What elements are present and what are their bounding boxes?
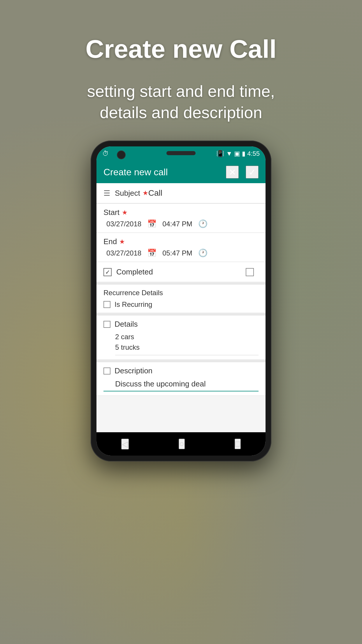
home-button[interactable]: ○ [179, 439, 185, 449]
phone-mockup: ⏱ 📳 ▼ ▣ ▮ 4:55 Create new call ✕ ✓ [91, 141, 271, 461]
is-recurring-checkbox[interactable] [103, 301, 110, 308]
start-calendar-icon[interactable]: 📅 [147, 219, 157, 228]
app-bar-actions: ✕ ✓ [226, 166, 259, 178]
page-title: Create new Call [68, 35, 294, 63]
battery-icon: ▮ [242, 150, 245, 158]
bottom-spacer [96, 396, 266, 407]
page-subtitle: setting start and end time, details and … [64, 81, 298, 123]
description-header: Description [103, 366, 259, 375]
details-content: 2 cars 5 trucks [103, 332, 259, 355]
description-label: Description [115, 366, 152, 375]
phone-screen: ⏱ 📳 ▼ ▣ ▮ 4:55 Create new call ✕ ✓ [96, 146, 266, 456]
status-time: 4:55 [247, 150, 260, 158]
start-values-row: 03/27/2018 📅 04:47 PM 🕐 [103, 219, 259, 228]
end-label: End [103, 237, 117, 246]
recurrence-section: Recurrence Details Is Recurring [96, 285, 266, 313]
end-required: ★ [119, 238, 125, 246]
details-line2: 5 trucks [115, 342, 259, 353]
start-label-row: Start ★ [103, 208, 259, 217]
completed-label: Completed [116, 267, 153, 276]
completed-row: ✓ Completed [96, 262, 266, 282]
divider-3 [96, 360, 266, 362]
divider-2 [96, 313, 266, 316]
nav-bar: ◁ ○ □ [96, 432, 266, 456]
subject-row: ☰ Subject ★ [96, 183, 266, 204]
menu-icon: ☰ [103, 189, 110, 198]
end-datetime-section: End ★ 03/27/2018 📅 05:47 PM 🕐 [96, 233, 266, 262]
phone-camera [117, 150, 126, 159]
end-date[interactable]: 03/27/2018 [106, 249, 141, 257]
app-bar: Create new call ✕ ✓ [96, 161, 266, 183]
recurrence-row: Is Recurring [103, 300, 259, 309]
details-checkbox[interactable] [103, 321, 110, 328]
end-label-row: End ★ [103, 237, 259, 246]
wifi-icon: ▼ [226, 150, 232, 158]
vibrate-icon: 📳 [216, 150, 224, 158]
divider-1 [96, 282, 266, 285]
subject-input[interactable] [148, 188, 259, 198]
subject-required: ★ [143, 189, 148, 197]
details-header: Details [103, 320, 259, 329]
start-required: ★ [122, 209, 128, 216]
status-left: ⏱ [102, 150, 109, 158]
details-line1: 2 cars [115, 332, 259, 342]
end-values-row: 03/27/2018 📅 05:47 PM 🕐 [103, 249, 259, 258]
description-checkbox[interactable] [103, 368, 110, 374]
end-time[interactable]: 05:47 PM [162, 249, 192, 257]
end-clock-icon[interactable]: 🕐 [198, 249, 208, 258]
completed-check-indicator: ✓ [103, 268, 112, 276]
start-datetime-section: Start ★ 03/27/2018 📅 04:47 PM 🕐 [96, 204, 266, 233]
recurrence-title: Recurrence Details [103, 289, 259, 297]
start-clock-icon[interactable]: 🕐 [198, 219, 208, 228]
subject-label: Subject [115, 189, 140, 198]
confirm-button[interactable]: ✓ [246, 166, 259, 178]
details-label: Details [115, 320, 138, 329]
form-content: ☰ Subject ★ Start ★ 03/27/2018 📅 04:47 P… [96, 183, 266, 432]
is-recurring-label: Is Recurring [115, 300, 152, 309]
cancel-button[interactable]: ✕ [226, 166, 239, 178]
recent-button[interactable]: □ [235, 439, 241, 449]
back-button[interactable]: ◁ [121, 439, 129, 449]
clock-status-icon: ⏱ [102, 150, 109, 158]
end-calendar-icon[interactable]: 📅 [147, 249, 157, 258]
description-input[interactable] [103, 379, 259, 391]
phone-body: ⏱ 📳 ▼ ▣ ▮ 4:55 Create new call ✕ ✓ [91, 141, 271, 461]
phone-speaker [166, 151, 196, 155]
description-section: Description [96, 362, 266, 396]
signal-icon: ▣ [234, 150, 240, 158]
details-section: Details 2 cars 5 trucks [96, 316, 266, 360]
start-time[interactable]: 04:47 PM [162, 220, 192, 228]
completed-checkbox[interactable] [246, 268, 254, 276]
status-right: 📳 ▼ ▣ ▮ 4:55 [216, 150, 260, 158]
start-label: Start [103, 208, 120, 217]
start-date[interactable]: 03/27/2018 [106, 220, 141, 228]
app-bar-title: Create new call [103, 167, 168, 178]
